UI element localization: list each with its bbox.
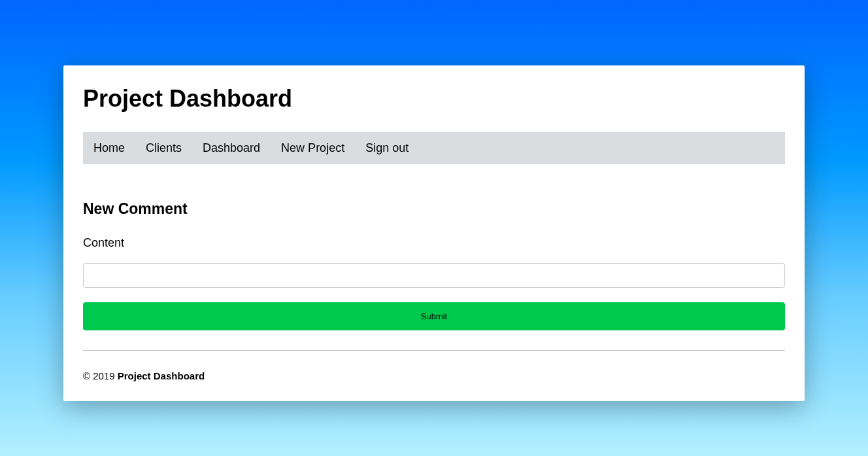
nav-new-project[interactable]: New Project [271, 132, 355, 164]
nav-home[interactable]: Home [83, 132, 135, 164]
submit-button[interactable]: Submit [83, 302, 785, 330]
footer-copyright-prefix: © 2019 [83, 370, 118, 381]
footer: © 2019 Project Dashboard [83, 370, 785, 381]
main-card: Project Dashboard Home Clients Dashboard… [63, 65, 805, 401]
nav-sign-out[interactable]: Sign out [355, 132, 419, 164]
nav-clients[interactable]: Clients [135, 132, 192, 164]
content-label: Content [83, 236, 785, 250]
app-title: Project Dashboard [83, 85, 785, 113]
form-heading: New Comment [83, 200, 785, 218]
main-nav: Home Clients Dashboard New Project Sign … [83, 132, 785, 164]
nav-dashboard[interactable]: Dashboard [192, 132, 271, 164]
content-input[interactable] [83, 263, 785, 288]
footer-brand: Project Dashboard [118, 370, 205, 381]
footer-separator [83, 350, 785, 351]
